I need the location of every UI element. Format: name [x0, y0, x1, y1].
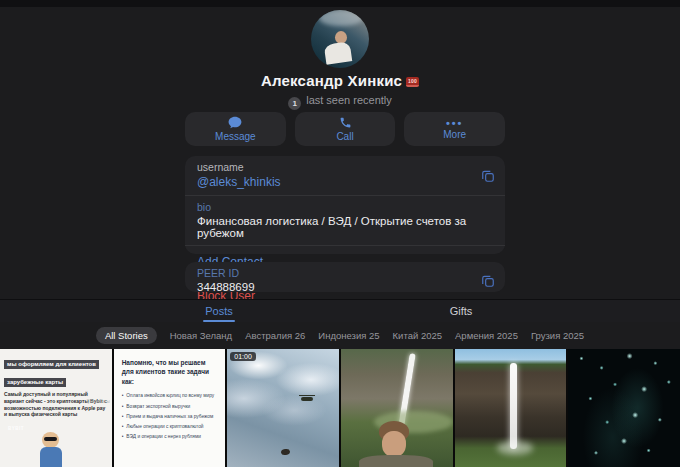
tab-gifts[interactable]: Gifts [340, 300, 582, 322]
peer-id-card: PEER ID 344888699 [185, 262, 505, 292]
waterfall-mist-shape [497, 441, 533, 455]
post-thumbnail-selfie-waterfall[interactable] [341, 349, 453, 467]
bio-value: Финансовая логистика / ВЭД / Открытие сч… [197, 215, 493, 239]
avatar-photo-sky [319, 10, 363, 26]
chip-indonesia[interactable]: Индонезия 25 [318, 330, 379, 341]
bio-label: bio [197, 201, 493, 213]
username-label: username [197, 161, 493, 173]
call-button[interactable]: Call [295, 112, 396, 146]
status-row: 1last seen recently [0, 94, 680, 110]
more-icon: ••• [446, 119, 464, 127]
tab-posts-label: Posts [205, 305, 233, 317]
post-thumbnail-waterfall-cliff[interactable] [455, 349, 567, 467]
profile-tabs-bar: Posts Gifts [0, 299, 680, 322]
bio-row: bio Финансовая логистика / ВЭД / Открыти… [185, 195, 505, 245]
story-filters-bar: All Stories Новая Зеланд Австралия 26 Ин… [0, 322, 680, 349]
promo-header-line1: мы оформляем для клиентов [4, 360, 99, 369]
tabs-inner: Posts Gifts [98, 300, 582, 322]
username-value[interactable]: @aleks_khinkis [197, 175, 493, 189]
more-button-label: More [443, 129, 466, 140]
promo-header-line2: зарубежные карты [4, 378, 66, 387]
bybit-brand-label: BYBIT [8, 426, 24, 431]
message-button-label: Message [215, 131, 256, 142]
profile-name: Александр Хинкис [261, 72, 402, 89]
posts-grid: мы оформляем для клиентов зарубежные кар… [0, 349, 680, 467]
chip-all-stories[interactable]: All Stories [96, 327, 157, 344]
action-buttons-row: Message Call ••• More [185, 112, 505, 146]
post-thumbnail-text-card[interactable]: Напомню, что мы решаем для клиентов таки… [114, 349, 226, 467]
username-row: username @aleks_khinkis [185, 156, 505, 195]
promo-body-text: Самый доступный и популярный вариант сей… [4, 391, 108, 418]
promo-cartoon-image: BYBIT [4, 423, 108, 467]
chip-australia[interactable]: Австралия 26 [245, 330, 305, 341]
status-count-badge-icon: 1 [288, 97, 301, 110]
avatar-photo-shirt [324, 41, 353, 64]
peer-id-row: PEER ID 344888699 [185, 262, 505, 299]
video-duration-badge: 01:00 [230, 352, 256, 361]
tab-gifts-label: Gifts [450, 305, 473, 317]
cartoon-torso [40, 447, 62, 467]
call-button-label: Call [336, 131, 353, 142]
message-button[interactable]: Message [185, 112, 286, 146]
waterfall-stream-shape [510, 363, 517, 449]
top-status-strip [0, 0, 680, 7]
avatar[interactable] [311, 10, 369, 68]
bullet-item: Любые операции с криптовалютой [122, 424, 218, 430]
chip-georgia[interactable]: Грузия 2025 [531, 330, 584, 341]
chip-armenia[interactable]: Армения 2025 [455, 330, 518, 341]
chip-china[interactable]: Китай 2025 [393, 330, 442, 341]
post-card-title: Напомню, что мы решаем для клиентов таки… [122, 358, 218, 386]
boat-deck-shape [227, 425, 339, 467]
copy-peer-id-icon[interactable] [481, 274, 495, 288]
tab-posts[interactable]: Posts [98, 300, 340, 322]
bullet-item: Возврат экспортной выручки [122, 404, 218, 410]
profile-name-row: Александр Хинкис100 [0, 72, 680, 89]
selfie-face-shape [382, 431, 406, 457]
chip-new-zealand[interactable]: Новая Зеланд [170, 330, 232, 341]
helicopter-shape [301, 397, 313, 401]
post-thumbnail-glowworm-cave[interactable] [568, 349, 680, 467]
selfie-shoulders-shape [359, 455, 433, 467]
hundred-emoji-icon: 100 [406, 77, 419, 87]
promo-watermark: QR-оплаты [86, 399, 110, 404]
post-thumbnail-promo-card[interactable]: мы оформляем для клиентов зарубежные кар… [0, 349, 112, 467]
post-thumbnail-video-sky[interactable]: 01:00 [227, 349, 339, 467]
last-seen-status: last seen recently [306, 94, 392, 106]
peer-id-label: PEER ID [197, 267, 493, 279]
bullet-item: ВЭД и операции с нерез рублями [122, 434, 218, 440]
message-icon [228, 116, 242, 129]
call-icon [339, 116, 352, 129]
more-button[interactable]: ••• More [404, 112, 505, 146]
peer-id-value: 344888699 [197, 281, 493, 293]
post-card-bullets: Оплата инвойсов юрлиц по всему миру Возв… [122, 393, 218, 440]
bullet-item: Оплата инвойсов юрлиц по всему миру [122, 393, 218, 399]
copy-username-icon[interactable] [481, 169, 495, 183]
bullet-item: Прием и выдача наличных за рубежом [122, 414, 218, 420]
cartoon-sunglasses [44, 437, 57, 441]
profile-info-card: username @aleks_khinkis bio Финансовая л… [185, 156, 505, 254]
